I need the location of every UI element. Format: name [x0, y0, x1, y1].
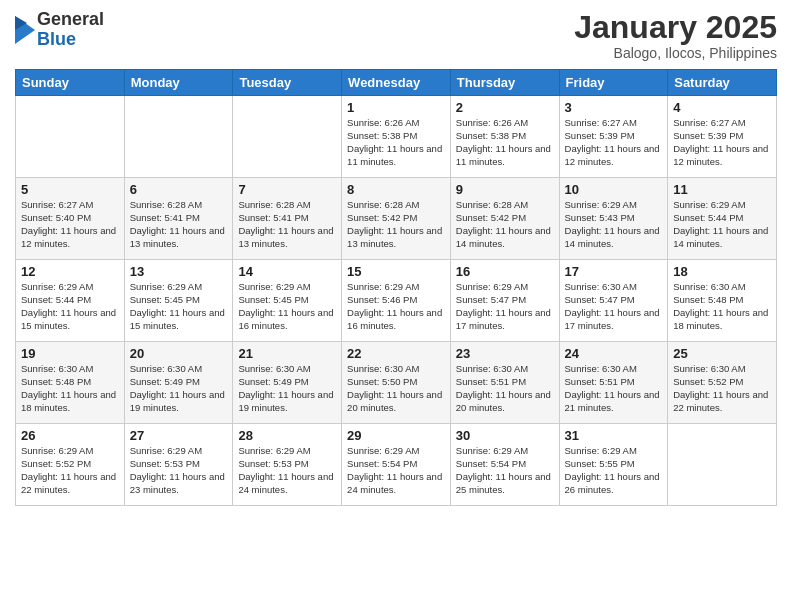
day-number: 29: [347, 428, 445, 443]
day-number: 15: [347, 264, 445, 279]
day-info: Sunrise: 6:29 AM Sunset: 5:45 PM Dayligh…: [238, 281, 336, 332]
calendar-cell: 6Sunrise: 6:28 AM Sunset: 5:41 PM Daylig…: [124, 178, 233, 260]
weekday-header-sunday: Sunday: [16, 70, 125, 96]
day-number: 28: [238, 428, 336, 443]
day-number: 13: [130, 264, 228, 279]
day-number: 2: [456, 100, 554, 115]
day-info: Sunrise: 6:30 AM Sunset: 5:48 PM Dayligh…: [673, 281, 771, 332]
day-number: 12: [21, 264, 119, 279]
day-info: Sunrise: 6:29 AM Sunset: 5:53 PM Dayligh…: [130, 445, 228, 496]
day-info: Sunrise: 6:28 AM Sunset: 5:42 PM Dayligh…: [347, 199, 445, 250]
day-number: 27: [130, 428, 228, 443]
day-number: 14: [238, 264, 336, 279]
day-info: Sunrise: 6:30 AM Sunset: 5:51 PM Dayligh…: [456, 363, 554, 414]
day-number: 21: [238, 346, 336, 361]
day-info: Sunrise: 6:30 AM Sunset: 5:47 PM Dayligh…: [565, 281, 663, 332]
calendar-cell: 22Sunrise: 6:30 AM Sunset: 5:50 PM Dayli…: [342, 342, 451, 424]
day-number: 30: [456, 428, 554, 443]
day-info: Sunrise: 6:29 AM Sunset: 5:54 PM Dayligh…: [456, 445, 554, 496]
day-info: Sunrise: 6:29 AM Sunset: 5:53 PM Dayligh…: [238, 445, 336, 496]
calendar-cell: 9Sunrise: 6:28 AM Sunset: 5:42 PM Daylig…: [450, 178, 559, 260]
calendar-cell: 25Sunrise: 6:30 AM Sunset: 5:52 PM Dayli…: [668, 342, 777, 424]
calendar-cell: 10Sunrise: 6:29 AM Sunset: 5:43 PM Dayli…: [559, 178, 668, 260]
logo-icon: [15, 16, 35, 44]
month-title: January 2025: [574, 10, 777, 45]
day-info: Sunrise: 6:26 AM Sunset: 5:38 PM Dayligh…: [456, 117, 554, 168]
day-info: Sunrise: 6:30 AM Sunset: 5:52 PM Dayligh…: [673, 363, 771, 414]
calendar-body: 1Sunrise: 6:26 AM Sunset: 5:38 PM Daylig…: [16, 96, 777, 506]
day-info: Sunrise: 6:30 AM Sunset: 5:48 PM Dayligh…: [21, 363, 119, 414]
day-number: 3: [565, 100, 663, 115]
day-number: 1: [347, 100, 445, 115]
day-info: Sunrise: 6:29 AM Sunset: 5:43 PM Dayligh…: [565, 199, 663, 250]
day-number: 8: [347, 182, 445, 197]
calendar-cell: 14Sunrise: 6:29 AM Sunset: 5:45 PM Dayli…: [233, 260, 342, 342]
calendar-cell: [124, 96, 233, 178]
weekday-header-thursday: Thursday: [450, 70, 559, 96]
calendar-cell: 19Sunrise: 6:30 AM Sunset: 5:48 PM Dayli…: [16, 342, 125, 424]
calendar-cell: 23Sunrise: 6:30 AM Sunset: 5:51 PM Dayli…: [450, 342, 559, 424]
day-info: Sunrise: 6:29 AM Sunset: 5:52 PM Dayligh…: [21, 445, 119, 496]
day-number: 16: [456, 264, 554, 279]
title-area: January 2025 Balogo, Ilocos, Philippines: [574, 10, 777, 61]
calendar-week-4: 19Sunrise: 6:30 AM Sunset: 5:48 PM Dayli…: [16, 342, 777, 424]
calendar-cell: 8Sunrise: 6:28 AM Sunset: 5:42 PM Daylig…: [342, 178, 451, 260]
calendar-cell: 26Sunrise: 6:29 AM Sunset: 5:52 PM Dayli…: [16, 424, 125, 506]
weekday-header-tuesday: Tuesday: [233, 70, 342, 96]
day-info: Sunrise: 6:29 AM Sunset: 5:47 PM Dayligh…: [456, 281, 554, 332]
day-info: Sunrise: 6:26 AM Sunset: 5:38 PM Dayligh…: [347, 117, 445, 168]
day-info: Sunrise: 6:29 AM Sunset: 5:45 PM Dayligh…: [130, 281, 228, 332]
calendar-cell: 2Sunrise: 6:26 AM Sunset: 5:38 PM Daylig…: [450, 96, 559, 178]
calendar-table: SundayMondayTuesdayWednesdayThursdayFrid…: [15, 69, 777, 506]
calendar-cell: 7Sunrise: 6:28 AM Sunset: 5:41 PM Daylig…: [233, 178, 342, 260]
day-info: Sunrise: 6:28 AM Sunset: 5:41 PM Dayligh…: [238, 199, 336, 250]
day-number: 17: [565, 264, 663, 279]
calendar-cell: [16, 96, 125, 178]
logo: General Blue: [15, 10, 104, 50]
calendar-cell: 13Sunrise: 6:29 AM Sunset: 5:45 PM Dayli…: [124, 260, 233, 342]
day-number: 10: [565, 182, 663, 197]
logo-general-text: General: [37, 10, 104, 30]
calendar-cell: 11Sunrise: 6:29 AM Sunset: 5:44 PM Dayli…: [668, 178, 777, 260]
day-number: 22: [347, 346, 445, 361]
day-number: 18: [673, 264, 771, 279]
logo-text: General Blue: [37, 10, 104, 50]
calendar-cell: 28Sunrise: 6:29 AM Sunset: 5:53 PM Dayli…: [233, 424, 342, 506]
day-info: Sunrise: 6:30 AM Sunset: 5:50 PM Dayligh…: [347, 363, 445, 414]
day-number: 7: [238, 182, 336, 197]
day-info: Sunrise: 6:29 AM Sunset: 5:46 PM Dayligh…: [347, 281, 445, 332]
day-number: 9: [456, 182, 554, 197]
day-number: 25: [673, 346, 771, 361]
logo-blue-text: Blue: [37, 30, 104, 50]
day-number: 4: [673, 100, 771, 115]
calendar-cell: 20Sunrise: 6:30 AM Sunset: 5:49 PM Dayli…: [124, 342, 233, 424]
day-number: 5: [21, 182, 119, 197]
day-number: 24: [565, 346, 663, 361]
calendar-cell: 15Sunrise: 6:29 AM Sunset: 5:46 PM Dayli…: [342, 260, 451, 342]
page: General Blue January 2025 Balogo, Ilocos…: [0, 0, 792, 612]
calendar-cell: 1Sunrise: 6:26 AM Sunset: 5:38 PM Daylig…: [342, 96, 451, 178]
calendar-week-3: 12Sunrise: 6:29 AM Sunset: 5:44 PM Dayli…: [16, 260, 777, 342]
day-info: Sunrise: 6:27 AM Sunset: 5:39 PM Dayligh…: [565, 117, 663, 168]
day-info: Sunrise: 6:27 AM Sunset: 5:39 PM Dayligh…: [673, 117, 771, 168]
day-info: Sunrise: 6:30 AM Sunset: 5:49 PM Dayligh…: [130, 363, 228, 414]
day-number: 26: [21, 428, 119, 443]
header: General Blue January 2025 Balogo, Ilocos…: [15, 10, 777, 61]
day-number: 23: [456, 346, 554, 361]
calendar-cell: [668, 424, 777, 506]
calendar-cell: 31Sunrise: 6:29 AM Sunset: 5:55 PM Dayli…: [559, 424, 668, 506]
calendar-cell: 27Sunrise: 6:29 AM Sunset: 5:53 PM Dayli…: [124, 424, 233, 506]
calendar-cell: 5Sunrise: 6:27 AM Sunset: 5:40 PM Daylig…: [16, 178, 125, 260]
weekday-header-row: SundayMondayTuesdayWednesdayThursdayFrid…: [16, 70, 777, 96]
calendar-header: SundayMondayTuesdayWednesdayThursdayFrid…: [16, 70, 777, 96]
day-number: 20: [130, 346, 228, 361]
calendar-cell: 21Sunrise: 6:30 AM Sunset: 5:49 PM Dayli…: [233, 342, 342, 424]
day-info: Sunrise: 6:28 AM Sunset: 5:41 PM Dayligh…: [130, 199, 228, 250]
calendar-week-5: 26Sunrise: 6:29 AM Sunset: 5:52 PM Dayli…: [16, 424, 777, 506]
day-info: Sunrise: 6:29 AM Sunset: 5:54 PM Dayligh…: [347, 445, 445, 496]
calendar-cell: 16Sunrise: 6:29 AM Sunset: 5:47 PM Dayli…: [450, 260, 559, 342]
day-info: Sunrise: 6:30 AM Sunset: 5:51 PM Dayligh…: [565, 363, 663, 414]
weekday-header-wednesday: Wednesday: [342, 70, 451, 96]
calendar-cell: 17Sunrise: 6:30 AM Sunset: 5:47 PM Dayli…: [559, 260, 668, 342]
weekday-header-saturday: Saturday: [668, 70, 777, 96]
